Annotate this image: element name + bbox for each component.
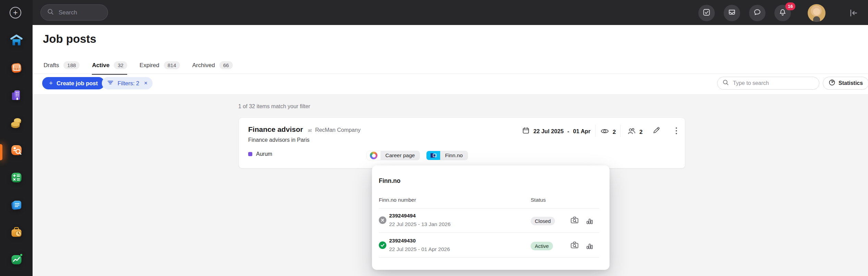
closed-circle-x-icon (379, 216, 386, 225)
tab-count: 66 (219, 61, 233, 69)
company-module-icon[interactable] (10, 88, 23, 102)
search-icon (47, 8, 54, 17)
calendar-icon (522, 127, 530, 136)
tab-count: 188 (63, 61, 80, 69)
create-job-post-label: Create job post (57, 80, 98, 87)
search-icon (722, 79, 729, 87)
tab-label: Expired (140, 62, 159, 69)
finn-number[interactable]: 239249494 (389, 213, 416, 219)
worktime-module-icon[interactable] (10, 225, 23, 239)
collapse-left-icon[interactable] (848, 7, 859, 19)
career-page-ring-icon (367, 151, 381, 160)
company-name[interactable]: RecMan Company (315, 127, 361, 133)
sidebar: + (0, 0, 33, 276)
channel-finn-no[interactable]: Finn.no (426, 151, 468, 160)
topbar: 16 (33, 0, 868, 25)
divider (379, 257, 599, 258)
tag-label: Aurum (256, 151, 272, 157)
notification-badge: 16 (785, 2, 795, 10)
channel-label: Career page (381, 151, 420, 160)
views-counter[interactable]: 2 (600, 127, 616, 137)
finn-logo-icon (426, 151, 440, 160)
views-count: 2 (613, 129, 616, 136)
divider (379, 233, 599, 233)
job-title-row: Finance advisor at RecMan Company (248, 125, 361, 134)
task-check-icon (702, 8, 711, 18)
channel-career-page[interactable]: Career page (366, 151, 420, 160)
statistics-bars-button[interactable] (585, 216, 594, 225)
tab-label: Active (92, 62, 109, 69)
date-to: 01 Apr (573, 128, 591, 135)
notifications-button[interactable]: 16 (774, 5, 791, 21)
clear-filters-icon[interactable]: × (144, 80, 147, 87)
popover-title: Finn.no (379, 177, 400, 185)
status-badge: Closed (531, 217, 555, 225)
tab-label: Drafts (44, 62, 59, 69)
inbox-button[interactable] (724, 5, 740, 21)
global-search-input[interactable] (58, 9, 99, 16)
job-lookup-button[interactable] (570, 216, 579, 225)
page-title: Job posts (43, 33, 96, 46)
tab-active[interactable]: Active 32 (92, 60, 127, 75)
applicants-counter[interactable]: 2 (627, 127, 642, 137)
reports-module-icon[interactable] (10, 253, 23, 266)
date-from: 22 Jul 2025 (533, 128, 564, 135)
tabs-divider (33, 74, 868, 74)
recruitment-search-icon[interactable] (10, 143, 23, 157)
status-badge: Active (531, 242, 553, 250)
job-title[interactable]: Finance advisor (248, 125, 303, 134)
avatar[interactable] (808, 4, 825, 22)
filters-label: Filters: 2 (118, 80, 139, 87)
main-area: Job posts Drafts 188 Active 32 Expired 8… (33, 25, 868, 276)
job-post-tabs: Drafts 188 Active 32 Expired 814 Archive… (44, 60, 233, 75)
sidebar-nav (0, 34, 33, 266)
chat-button[interactable] (749, 5, 765, 21)
tab-count: 814 (164, 61, 180, 69)
calculator-module-icon[interactable] (10, 171, 23, 184)
tab-count: 32 (114, 61, 127, 69)
chat-icon (753, 8, 761, 18)
finn-popover: Finn.no Finn.no number Status 239249494 … (372, 165, 610, 270)
job-subtitle: Finance advisors in Paris (248, 137, 310, 143)
column-header-status: Status (531, 197, 546, 203)
job-post-card[interactable]: Finance advisor at RecMan Company Financ… (239, 117, 685, 168)
documents-module-icon[interactable] (10, 198, 23, 212)
bell-icon (779, 8, 787, 18)
plus-icon: + (49, 79, 53, 87)
statistics-label: Statistics (839, 80, 863, 86)
pie-chart-icon (829, 79, 835, 87)
tab-archived[interactable]: Archived 66 (192, 60, 233, 75)
job-post-search-input[interactable] (732, 80, 808, 87)
page-header: Job posts Drafts 188 Active 32 Expired 8… (33, 25, 868, 94)
topbar-actions: 16 (698, 4, 859, 22)
add-new-button[interactable]: + (10, 7, 21, 18)
job-post-search[interactable] (717, 77, 819, 90)
publish-channels: Career page Finn.no (366, 151, 468, 160)
filters-chip[interactable]: Filters: 2 × (102, 77, 153, 89)
filter-icon (107, 79, 114, 87)
date-range: 22 Jul 2025 - 01 Apr (522, 127, 590, 136)
create-job-post-button[interactable]: + Create job post (42, 77, 105, 89)
at-label: at (308, 128, 312, 133)
more-options-button[interactable] (672, 126, 681, 136)
statistics-bars-button[interactable] (585, 241, 594, 250)
eye-icon (600, 127, 609, 137)
edit-button[interactable] (652, 126, 661, 136)
channel-label: Finn.no (440, 151, 468, 160)
calendar-module-icon[interactable] (10, 61, 23, 75)
global-search[interactable] (40, 4, 108, 21)
pencil-icon (652, 126, 661, 136)
finn-date-range: 22 Jul 2025 - 01 Apr 2026 (389, 246, 450, 252)
finn-number[interactable]: 239249430 (389, 238, 416, 244)
tag-color-square (248, 152, 252, 156)
tasks-button[interactable] (698, 5, 715, 21)
home-icon[interactable] (10, 34, 23, 47)
tab-drafts[interactable]: Drafts 188 (44, 60, 80, 75)
filter-match-text: 1 of 32 items match your filter (238, 103, 310, 110)
statistics-button[interactable]: Statistics (823, 77, 868, 90)
job-lookup-button[interactable] (570, 241, 579, 250)
date-separator: - (567, 128, 569, 135)
active-circle-check-icon (379, 241, 386, 250)
tab-expired[interactable]: Expired 814 (140, 60, 180, 75)
clients-module-icon[interactable] (10, 116, 23, 129)
